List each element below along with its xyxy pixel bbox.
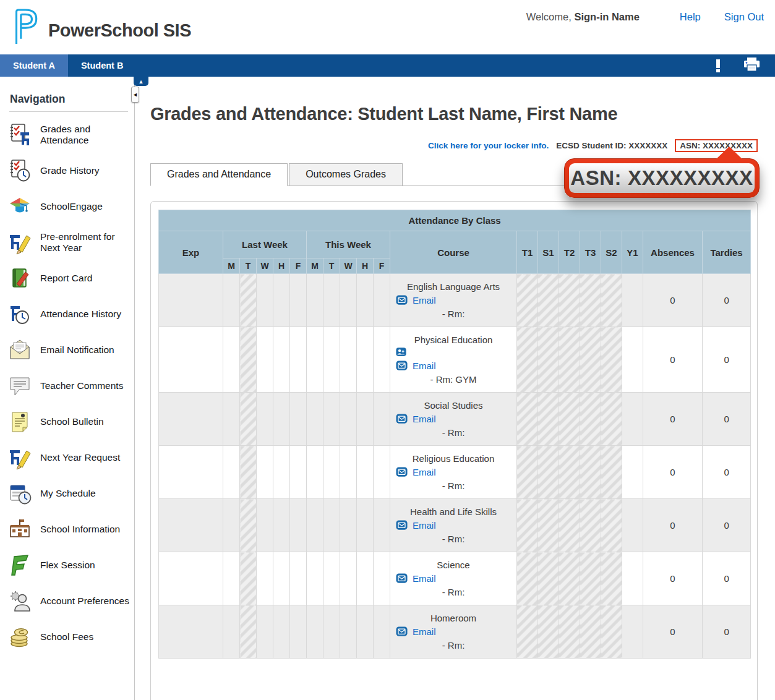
sidebar-item-my-schedule[interactable]: My Schedule	[0, 476, 134, 511]
sidebar-item-grade-history[interactable]: Grade History	[0, 153, 134, 189]
day-cell	[257, 446, 273, 499]
student-id: ECSD Student ID: XXXXXXX	[556, 141, 667, 150]
day-header: F	[374, 258, 390, 274]
day-cell	[357, 605, 374, 659]
col-header-s1: S1	[538, 231, 559, 274]
student-tabs: Student A Student B	[0, 54, 136, 77]
term-cell	[580, 499, 601, 552]
email-link[interactable]: Email	[413, 361, 436, 371]
day-cell	[273, 393, 290, 446]
email-icon	[395, 626, 408, 638]
sidebar-item-label: Email Notification	[40, 344, 114, 356]
day-cell	[357, 274, 374, 327]
room-label: - Rm: GYM	[395, 374, 512, 385]
day-cell	[340, 499, 357, 552]
scroll-top-button[interactable]: ▲	[134, 77, 148, 86]
exp-cell	[159, 446, 223, 499]
term-cell	[559, 274, 580, 327]
tardies-cell: 0	[703, 393, 751, 446]
day-cell	[340, 446, 357, 499]
day-header: W	[340, 258, 357, 274]
course-name: Health and Life Skills	[395, 506, 512, 517]
day-cell	[340, 552, 357, 605]
sidebar-title: Navigation	[10, 93, 134, 106]
day-cell	[340, 605, 357, 659]
term-cell	[601, 499, 622, 552]
app-header: PowerSchool SIS Welcome, Sign-in Name He…	[0, 0, 775, 54]
email-icon	[395, 466, 408, 478]
sidebar-item-email-notification[interactable]: Email Notification	[0, 332, 134, 368]
sidebar-item-school-information[interactable]: School Information	[0, 511, 134, 547]
sidebar-item-account-preferences[interactable]: Account Preferences	[0, 583, 134, 619]
email-link[interactable]: Email	[413, 295, 436, 305]
print-icon[interactable]	[743, 58, 760, 74]
help-link[interactable]: Help	[680, 11, 701, 23]
student-bar-icons	[716, 54, 775, 77]
sign-out-link[interactable]: Sign Out	[724, 11, 764, 23]
email-link[interactable]: Email	[413, 414, 436, 424]
term-cell	[580, 605, 601, 659]
sidebar-item-school-fees[interactable]: School Fees	[0, 619, 134, 655]
sidebar-item-schoolengage[interactable]: SchoolEngage	[0, 189, 134, 224]
room-label: - Rm:	[395, 640, 512, 651]
sidebar-item-flex-session[interactable]: Flex Session	[0, 547, 134, 583]
day-cell	[223, 274, 240, 327]
day-cell	[240, 552, 257, 605]
sidebar-item-teacher-comments[interactable]: Teacher Comments	[0, 368, 134, 404]
navigation-sidebar: Navigation Grades and Attendance Grade H…	[0, 77, 135, 700]
email-link[interactable]: Email	[413, 467, 436, 477]
course-cell: Health and Life SkillsEmail- Rm:	[390, 499, 517, 552]
course-cell: Religious EducationEmail- Rm:	[390, 446, 517, 499]
term-cell	[559, 393, 580, 446]
tardies-cell: 0	[703, 327, 751, 393]
term-cell	[538, 327, 559, 393]
day-cell	[374, 552, 390, 605]
tab-grades-and-attendance[interactable]: Grades and Attendance	[150, 163, 288, 186]
day-cell	[323, 274, 340, 327]
sidebar-item-label: Next Year Request	[40, 452, 120, 463]
day-cell	[323, 393, 340, 446]
exp-cell	[159, 499, 223, 552]
term-cell	[580, 274, 601, 327]
sidebar-item-label: SchoolEngage	[40, 201, 103, 212]
day-cell	[340, 393, 357, 446]
day-cell	[357, 499, 374, 552]
sidebar-item-grades-and-attendance[interactable]: Grades and Attendance	[0, 117, 134, 153]
page-title: Grades and Attendance: Student Last Name…	[150, 104, 775, 124]
email-link[interactable]: Email	[413, 573, 436, 584]
term-cell	[580, 327, 601, 393]
sidebar-item-report-card[interactable]: Report Card	[0, 260, 134, 296]
alert-icon[interactable]	[716, 59, 720, 72]
my-schedule-icon	[6, 481, 33, 506]
sidebar-item-attendance-history[interactable]: Attendance History	[0, 296, 134, 332]
student-tab-b[interactable]: Student B	[68, 54, 136, 77]
sidebar-item-next-year-request[interactable]: Next Year Request	[0, 440, 134, 476]
day-cell	[240, 274, 257, 327]
term-cell	[622, 499, 643, 552]
email-link[interactable]: Email	[413, 520, 436, 531]
day-cell	[223, 446, 240, 499]
class-group-icon[interactable]	[395, 347, 512, 357]
schoolengage-icon	[6, 194, 33, 219]
term-cell	[517, 393, 538, 446]
student-tab-a[interactable]: Student A	[0, 54, 68, 77]
col-header-t2: T2	[559, 231, 580, 274]
pre-enrolment-icon	[6, 230, 33, 255]
course-cell: English Language ArtsEmail- Rm:	[390, 274, 517, 327]
course-cell: ScienceEmail- Rm:	[390, 552, 517, 605]
room-label: - Rm:	[395, 480, 512, 491]
sidebar-collapse-handle[interactable]: ◄	[131, 87, 139, 103]
day-cell	[323, 499, 340, 552]
day-cell	[273, 274, 290, 327]
attendance-panel: Attendance By Class Exp Last Week This W…	[150, 201, 758, 700]
term-cell	[601, 393, 622, 446]
tab-outcomes-grades[interactable]: Outcomes Grades	[289, 163, 403, 186]
email-line: Email	[395, 626, 512, 638]
locker-info-link[interactable]: Click here for your locker info.	[428, 141, 549, 150]
term-cell	[517, 327, 538, 393]
sidebar-item-school-bulletin[interactable]: School Bulletin	[0, 404, 134, 440]
sidebar-item-pre-enrolment[interactable]: Pre-enrolment for Next Year	[0, 224, 134, 260]
table-row: ScienceEmail- Rm:00	[159, 552, 751, 605]
email-link[interactable]: Email	[413, 626, 436, 637]
sidebar-item-label: Pre-enrolment for Next Year	[40, 231, 132, 254]
